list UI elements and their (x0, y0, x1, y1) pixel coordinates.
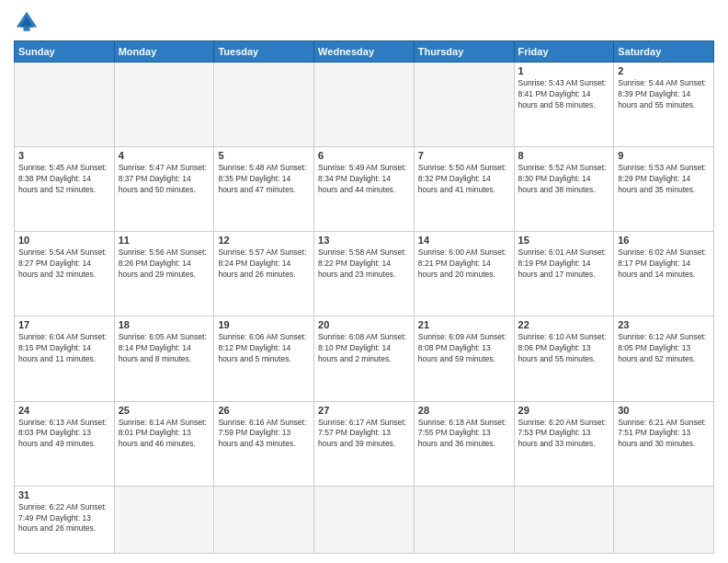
weekday-header-sunday: Sunday (15, 41, 115, 63)
calendar-table: SundayMondayTuesdayWednesdayThursdayFrid… (14, 40, 714, 554)
day-info: Sunrise: 6:01 AM Sunset: 8:19 PM Dayligh… (518, 247, 610, 281)
day-number: 22 (518, 319, 610, 330)
day-info: Sunrise: 6:12 AM Sunset: 8:05 PM Dayligh… (618, 332, 710, 365)
day-cell: 17Sunrise: 6:04 AM Sunset: 8:15 PM Dayli… (15, 316, 115, 401)
day-info: Sunrise: 6:04 AM Sunset: 8:15 PM Dayligh… (18, 332, 110, 365)
day-cell: 21Sunrise: 6:09 AM Sunset: 8:08 PM Dayli… (414, 316, 514, 401)
day-cell: 5Sunrise: 5:48 AM Sunset: 8:35 PM Daylig… (214, 147, 314, 232)
day-info: Sunrise: 5:56 AM Sunset: 8:26 PM Dayligh… (119, 247, 210, 281)
day-info: Sunrise: 6:02 AM Sunset: 8:17 PM Dayligh… (618, 247, 710, 281)
day-info: Sunrise: 5:45 AM Sunset: 8:38 PM Dayligh… (18, 163, 110, 196)
day-cell: 9Sunrise: 5:53 AM Sunset: 8:29 PM Daylig… (614, 147, 714, 232)
day-info: Sunrise: 6:22 AM Sunset: 7:49 PM Dayligh… (18, 502, 110, 535)
logo (14, 9, 43, 35)
day-number: 28 (418, 405, 510, 416)
day-info: Sunrise: 6:16 AM Sunset: 7:59 PM Dayligh… (218, 418, 310, 451)
day-cell: 3Sunrise: 5:45 AM Sunset: 8:38 PM Daylig… (15, 147, 115, 232)
day-cell (414, 63, 514, 147)
day-number: 31 (18, 489, 110, 500)
day-cell: 4Sunrise: 5:47 AM Sunset: 8:37 PM Daylig… (114, 147, 214, 232)
day-info: Sunrise: 5:57 AM Sunset: 8:24 PM Dayligh… (218, 247, 310, 281)
day-number: 15 (518, 235, 610, 246)
day-number: 6 (318, 150, 410, 161)
week-row-2: 3Sunrise: 5:45 AM Sunset: 8:38 PM Daylig… (15, 147, 714, 232)
day-info: Sunrise: 5:52 AM Sunset: 8:30 PM Dayligh… (518, 163, 610, 196)
day-number: 19 (218, 319, 310, 330)
day-info: Sunrise: 6:08 AM Sunset: 8:10 PM Dayligh… (318, 332, 410, 365)
week-row-4: 17Sunrise: 6:04 AM Sunset: 8:15 PM Dayli… (15, 316, 714, 401)
day-cell: 29Sunrise: 6:20 AM Sunset: 7:53 PM Dayli… (514, 401, 614, 486)
header (14, 9, 714, 35)
day-number: 29 (518, 405, 610, 416)
day-info: Sunrise: 6:00 AM Sunset: 8:21 PM Dayligh… (418, 247, 510, 281)
day-number: 4 (119, 150, 210, 161)
day-number: 24 (18, 405, 110, 416)
page: SundayMondayTuesdayWednesdayThursdayFrid… (0, 0, 728, 563)
svg-rect-2 (24, 26, 30, 31)
day-info: Sunrise: 5:43 AM Sunset: 8:41 PM Dayligh… (518, 78, 610, 111)
day-info: Sunrise: 6:09 AM Sunset: 8:08 PM Dayligh… (418, 332, 510, 365)
day-cell: 1Sunrise: 5:43 AM Sunset: 8:41 PM Daylig… (514, 63, 614, 147)
day-cell: 10Sunrise: 5:54 AM Sunset: 8:27 PM Dayli… (15, 232, 115, 316)
day-number: 12 (218, 235, 310, 246)
day-number: 5 (218, 150, 310, 161)
day-number: 10 (18, 235, 110, 246)
day-cell (614, 486, 714, 553)
day-number: 3 (18, 150, 110, 161)
day-number: 1 (518, 65, 610, 76)
weekday-header-thursday: Thursday (414, 41, 514, 63)
day-cell (314, 486, 415, 553)
day-cell: 12Sunrise: 5:57 AM Sunset: 8:24 PM Dayli… (214, 232, 314, 316)
day-cell (214, 63, 314, 147)
day-number: 13 (318, 235, 410, 246)
day-number: 2 (618, 65, 710, 76)
day-number: 8 (518, 150, 610, 161)
day-info: Sunrise: 5:53 AM Sunset: 8:29 PM Dayligh… (618, 163, 710, 196)
day-number: 14 (418, 235, 510, 246)
day-cell: 23Sunrise: 6:12 AM Sunset: 8:05 PM Dayli… (614, 316, 714, 401)
day-cell: 7Sunrise: 5:50 AM Sunset: 8:32 PM Daylig… (414, 147, 514, 232)
day-cell: 27Sunrise: 6:17 AM Sunset: 7:57 PM Dayli… (314, 401, 415, 486)
day-cell: 14Sunrise: 6:00 AM Sunset: 8:21 PM Dayli… (414, 232, 514, 316)
day-cell: 26Sunrise: 6:16 AM Sunset: 7:59 PM Dayli… (214, 401, 314, 486)
day-info: Sunrise: 5:48 AM Sunset: 8:35 PM Dayligh… (218, 163, 310, 196)
week-row-6: 31Sunrise: 6:22 AM Sunset: 7:49 PM Dayli… (15, 486, 714, 553)
day-info: Sunrise: 5:47 AM Sunset: 8:37 PM Dayligh… (119, 163, 210, 196)
day-cell (15, 63, 115, 147)
day-number: 11 (119, 235, 210, 246)
logo-icon (14, 9, 40, 35)
weekday-header-monday: Monday (114, 41, 214, 63)
day-info: Sunrise: 6:17 AM Sunset: 7:57 PM Dayligh… (318, 418, 410, 451)
day-info: Sunrise: 6:20 AM Sunset: 7:53 PM Dayligh… (518, 418, 610, 451)
day-cell: 11Sunrise: 5:56 AM Sunset: 8:26 PM Dayli… (114, 232, 214, 316)
day-number: 9 (618, 150, 710, 161)
day-info: Sunrise: 5:50 AM Sunset: 8:32 PM Dayligh… (418, 163, 510, 196)
day-info: Sunrise: 6:10 AM Sunset: 8:06 PM Dayligh… (518, 332, 610, 365)
day-cell (114, 486, 214, 553)
day-cell: 6Sunrise: 5:49 AM Sunset: 8:34 PM Daylig… (314, 147, 415, 232)
day-info: Sunrise: 6:18 AM Sunset: 7:55 PM Dayligh… (418, 418, 510, 451)
day-number: 30 (618, 405, 710, 416)
weekday-header-saturday: Saturday (614, 41, 714, 63)
day-cell: 20Sunrise: 6:08 AM Sunset: 8:10 PM Dayli… (314, 316, 415, 401)
day-cell (414, 486, 514, 553)
day-cell: 18Sunrise: 6:05 AM Sunset: 8:14 PM Dayli… (114, 316, 214, 401)
day-cell: 31Sunrise: 6:22 AM Sunset: 7:49 PM Dayli… (15, 486, 115, 553)
day-cell (214, 486, 314, 553)
day-info: Sunrise: 5:54 AM Sunset: 8:27 PM Dayligh… (18, 247, 110, 281)
day-number: 26 (218, 405, 310, 416)
day-cell: 24Sunrise: 6:13 AM Sunset: 8:03 PM Dayli… (15, 401, 115, 486)
weekday-header-friday: Friday (514, 41, 614, 63)
day-cell (514, 486, 614, 553)
day-number: 18 (119, 319, 210, 330)
day-number: 25 (119, 405, 210, 416)
weekday-header-tuesday: Tuesday (214, 41, 314, 63)
day-number: 27 (318, 405, 410, 416)
day-cell: 13Sunrise: 5:58 AM Sunset: 8:22 PM Dayli… (314, 232, 415, 316)
day-info: Sunrise: 6:14 AM Sunset: 8:01 PM Dayligh… (119, 418, 210, 451)
day-number: 16 (618, 235, 710, 246)
week-row-1: 1Sunrise: 5:43 AM Sunset: 8:41 PM Daylig… (15, 63, 714, 147)
day-cell: 30Sunrise: 6:21 AM Sunset: 7:51 PM Dayli… (614, 401, 714, 486)
day-cell: 8Sunrise: 5:52 AM Sunset: 8:30 PM Daylig… (514, 147, 614, 232)
day-info: Sunrise: 6:13 AM Sunset: 8:03 PM Dayligh… (18, 418, 110, 451)
